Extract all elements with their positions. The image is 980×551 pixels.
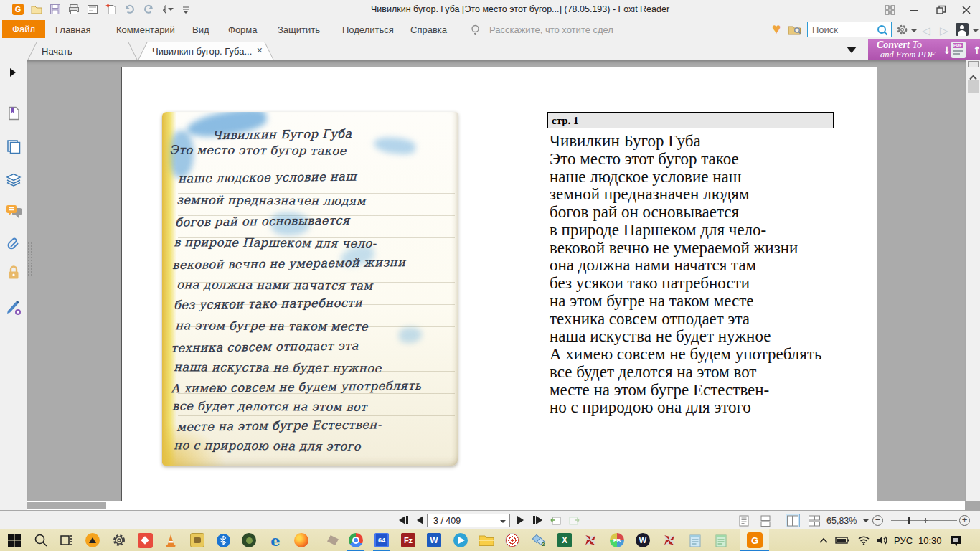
zoom-out-button[interactable]: − (872, 515, 883, 526)
menu-item-7[interactable]: Справка (410, 19, 447, 40)
taskbar-foxit-reader-icon[interactable]: G (746, 532, 763, 549)
taskbar-telegram-icon[interactable] (452, 532, 469, 549)
menu-item-1[interactable]: Главная (55, 19, 90, 40)
next-view-icon[interactable] (567, 515, 580, 525)
taskbar-excel-icon[interactable]: X (556, 532, 573, 549)
taskbar-video-app-icon[interactable] (136, 532, 154, 549)
horizontal-scrollbar-thumb[interactable] (27, 502, 106, 509)
history-back-icon[interactable]: ◁ (922, 24, 930, 37)
taskbar-file-explorer-icon[interactable] (478, 532, 495, 549)
email-icon[interactable] (86, 3, 99, 16)
tab-start[interactable]: Начать (27, 42, 138, 60)
clock[interactable]: 10:30 (918, 535, 942, 546)
page-thumbnails-icon[interactable] (6, 138, 22, 154)
tray-expand-icon[interactable] (815, 532, 832, 549)
vertical-scrollbar-thumb[interactable] (968, 80, 979, 93)
redo-icon[interactable] (142, 3, 155, 16)
save-icon[interactable] (49, 3, 62, 16)
first-page-button[interactable] (399, 515, 408, 525)
zoom-level[interactable]: 65,83% (826, 516, 857, 526)
continuous-view-icon[interactable] (759, 514, 772, 527)
wifi-icon[interactable] (855, 532, 872, 549)
restore-button[interactable] (935, 5, 947, 15)
taskbar-backup-64-icon[interactable]: 64 (373, 532, 390, 549)
zoom-slider-thumb[interactable] (908, 517, 910, 524)
assistant-hint[interactable]: Расскажите, что хотите сдел (489, 19, 613, 40)
zoom-dropdown-caret[interactable] (863, 519, 869, 522)
previous-view-icon[interactable] (550, 515, 562, 525)
taskbar-edge-icon[interactable]: e (267, 532, 284, 549)
hand-tool-icon[interactable] (161, 3, 174, 16)
search-folder-icon[interactable] (788, 24, 801, 39)
menu-item-4[interactable]: Форма (228, 19, 258, 40)
taskbar-filezilla-icon[interactable]: Fz (400, 532, 417, 549)
zoom-in-button[interactable]: + (959, 515, 970, 526)
single-page-view-icon[interactable] (738, 514, 750, 527)
bookmarks-icon[interactable] (6, 105, 22, 121)
horizontal-scrollbar[interactable] (27, 501, 966, 510)
taskbar-diamond-tool-icon[interactable]: 2 (530, 532, 547, 549)
taskbar-yellow-app-icon[interactable] (189, 532, 206, 549)
taskbar-green-app-icon[interactable] (240, 532, 258, 549)
search-input[interactable]: Поиск (807, 22, 892, 37)
taskbar-windows-start-icon[interactable] (6, 532, 23, 549)
convert-pdf-banner[interactable]: Convert To and From PDF ↓ PDF ↑ (868, 39, 980, 60)
taskbar-firefox-icon[interactable] (293, 532, 310, 549)
signatures-icon[interactable] (6, 299, 22, 315)
taskbar-task-view-icon[interactable] (58, 532, 75, 549)
battery-icon[interactable] (834, 532, 851, 549)
security-lock-icon[interactable] (6, 265, 22, 281)
vertical-scrollbar[interactable] (966, 60, 980, 510)
open-file-icon[interactable] (30, 3, 43, 16)
notification-center-icon[interactable] (947, 532, 964, 549)
print-icon[interactable] (67, 3, 80, 16)
close-button[interactable] (960, 5, 972, 15)
taskbar-w-app-icon[interactable]: W (634, 532, 651, 549)
panel-resize-grip[interactable] (27, 242, 32, 276)
menu-item-2[interactable]: Комментарий (116, 19, 175, 40)
menu-item-5[interactable]: Защитить (278, 19, 320, 40)
layers-icon[interactable] (6, 171, 22, 187)
customize-toolbar-icon[interactable] (179, 3, 192, 16)
page-dropdown-caret[interactable] (500, 520, 506, 523)
tab-document[interactable]: Чивилкин бугор. Губа... × (138, 42, 274, 60)
file-menu-button[interactable]: Файл (2, 20, 45, 38)
user-avatar[interactable] (956, 23, 969, 36)
taskbar-pinwheel-app-2-icon[interactable] (661, 532, 678, 549)
facing-view-icon[interactable] (786, 514, 799, 527)
taskbar-notepad-blue-icon[interactable] (687, 532, 704, 549)
gear-icon[interactable] (896, 24, 908, 39)
layout-boxes-icon[interactable] (884, 5, 896, 15)
minimize-button[interactable] (908, 5, 920, 15)
expand-panel-icon[interactable] (9, 67, 24, 83)
taskbar-bluetooth-icon[interactable] (215, 532, 232, 549)
gear-dropdown-caret[interactable] (911, 29, 917, 32)
previous-page-button[interactable] (417, 515, 423, 525)
scrollbar-split-handle[interactable] (968, 61, 979, 67)
history-forward-icon[interactable]: ▷ (940, 24, 948, 37)
avatar-dropdown-caret[interactable] (973, 29, 979, 32)
taskbar-color-tool-icon[interactable]: FB (608, 532, 626, 549)
comments-icon[interactable] (6, 204, 22, 220)
taskbar-notepad-green-icon[interactable] (712, 532, 730, 549)
taskbar-small-app-icon[interactable] (324, 532, 341, 549)
taskbar-search-icon[interactable] (32, 532, 50, 549)
undo-icon[interactable] (123, 3, 136, 16)
taskbar-settings-icon[interactable] (110, 532, 128, 549)
continuous-facing-view-icon[interactable] (808, 514, 821, 527)
menu-item-6[interactable]: Поделиться (342, 19, 394, 40)
taskbar-chrome-icon[interactable] (347, 532, 364, 549)
last-page-button[interactable] (533, 515, 542, 525)
page-number-input[interactable]: 3 / 409 (427, 514, 510, 527)
zoom-slider[interactable] (891, 520, 957, 521)
banner-dropdown-caret[interactable] (847, 47, 857, 53)
attachments-icon[interactable] (6, 236, 22, 252)
menu-item-3[interactable]: Вид (192, 19, 209, 40)
new-document-icon[interactable] (105, 3, 118, 16)
tab-close-icon[interactable]: × (257, 45, 263, 55)
volume-icon[interactable] (874, 532, 891, 549)
taskbar-spiral-app-icon[interactable] (504, 532, 521, 549)
taskbar-media-player-icon[interactable] (84, 532, 101, 549)
taskbar-vlc-icon[interactable] (162, 532, 179, 549)
next-page-button[interactable] (517, 515, 524, 525)
